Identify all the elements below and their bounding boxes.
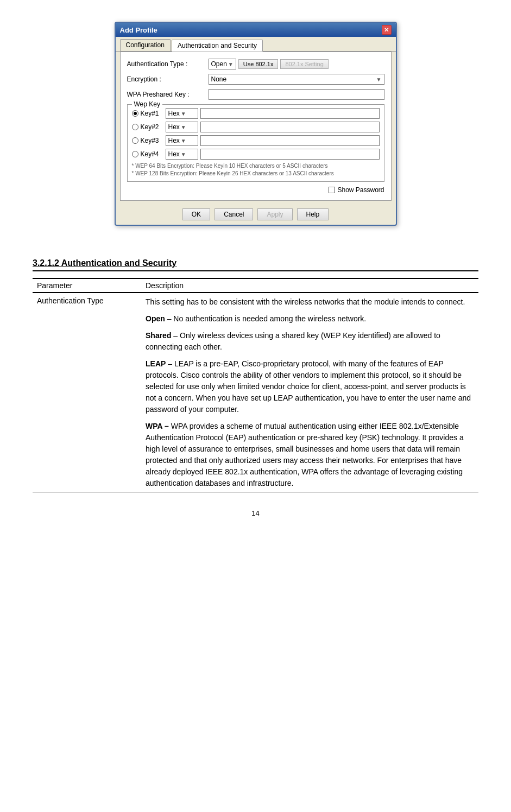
wpa-key-row: WPA Preshared Key : bbox=[127, 89, 384, 100]
encryption-row: Encryption : None ▼ bbox=[127, 74, 384, 85]
term-leap: LEAP bbox=[146, 359, 166, 368]
auth-type-row: Authentication Type : Open ▼ Use 802.1x … bbox=[127, 59, 384, 69]
show-password-label: Show Password bbox=[337, 186, 384, 194]
dropdown-arrow-encryption-icon: ▼ bbox=[376, 77, 382, 83]
key4-row: Key#4 Hex ▼ bbox=[132, 149, 380, 160]
desc-shared: Shared – Only wireless devices using a s… bbox=[146, 330, 474, 353]
term-open: Open bbox=[146, 314, 165, 323]
wpa-key-input[interactable] bbox=[209, 89, 384, 100]
param-description: This setting has to be consistent with t… bbox=[141, 293, 478, 493]
param-desc-content: This setting has to be consistent with t… bbox=[146, 296, 474, 489]
encryption-label: Encryption : bbox=[127, 75, 209, 83]
auth-type-select[interactable]: Open ▼ bbox=[209, 59, 236, 69]
param-name: Authentication Type bbox=[33, 293, 141, 493]
dialog-body: Authentication Type : Open ▼ Use 802.1x … bbox=[120, 52, 392, 201]
key2-label: Key#2 bbox=[141, 123, 163, 131]
wpa-key-label: WPA Preshared Key : bbox=[127, 91, 209, 98]
table-row: Authentication Type This setting has to … bbox=[33, 293, 478, 493]
wep-key-group: Wep Key Key#1 Hex ▼ Key#2 bbox=[127, 104, 384, 182]
tab-auth-security[interactable]: Authentication and Security bbox=[172, 40, 263, 52]
wep-hint1: * WEP 64 Bits Encryption: Please Keyin 1… bbox=[132, 163, 380, 169]
desc-leap: LEAP – LEAP is a pre-EAP, Cisco-propriet… bbox=[146, 358, 474, 415]
show-password-row: Show Password bbox=[127, 186, 384, 194]
apply-button[interactable]: Apply bbox=[257, 208, 292, 220]
key3-label: Key#3 bbox=[141, 137, 163, 144]
use-802-button[interactable]: Use 802.1x bbox=[238, 59, 279, 69]
key2-input[interactable] bbox=[200, 122, 380, 132]
wep-key-legend: Wep Key bbox=[132, 100, 162, 108]
wpa-key-controls bbox=[209, 89, 384, 100]
auth-type-label: Authentication Type : bbox=[127, 60, 209, 68]
key1-label: Key#1 bbox=[141, 110, 163, 117]
dialog-tabs: Configuration Authentication and Securit… bbox=[116, 37, 396, 52]
page-container: Add Profile ✕ Configuration Authenticati… bbox=[0, 0, 511, 539]
dialog-title: Add Profile bbox=[120, 26, 157, 34]
help-button[interactable]: Help bbox=[297, 208, 329, 220]
dialog-screenshot: Add Profile ✕ Configuration Authenticati… bbox=[33, 11, 478, 242]
key1-input[interactable] bbox=[200, 108, 380, 119]
dialog-titlebar: Add Profile ✕ bbox=[116, 23, 396, 37]
add-profile-dialog: Add Profile ✕ Configuration Authenticati… bbox=[115, 22, 397, 226]
col-desc-header: Description bbox=[141, 278, 478, 293]
dropdown-arrow-icon: ▼ bbox=[228, 61, 234, 67]
ok-button[interactable]: OK bbox=[182, 208, 210, 220]
key4-input[interactable] bbox=[200, 149, 380, 160]
key3-row: Key#3 Hex ▼ bbox=[132, 135, 380, 146]
dropdown-key2-icon: ▼ bbox=[181, 124, 186, 130]
key1-format-select[interactable]: Hex ▼ bbox=[166, 108, 198, 119]
encryption-select[interactable]: None ▼ bbox=[209, 74, 384, 85]
show-password-checkbox[interactable] bbox=[329, 187, 335, 193]
cancel-button[interactable]: Cancel bbox=[215, 208, 253, 220]
key3-format-select[interactable]: Hex ▼ bbox=[166, 135, 198, 146]
col-param-header: Parameter bbox=[33, 278, 141, 293]
desc-intro: This setting has to be consistent with t… bbox=[146, 296, 474, 308]
term-shared: Shared bbox=[146, 331, 171, 340]
key4-radio[interactable] bbox=[132, 151, 138, 157]
section-heading: 3.2.1.2 Authentication and Security bbox=[33, 258, 478, 271]
dropdown-key3-icon: ▼ bbox=[181, 138, 186, 144]
key1-row: Key#1 Hex ▼ bbox=[132, 108, 380, 119]
close-button[interactable]: ✕ bbox=[382, 25, 392, 35]
key2-radio[interactable] bbox=[132, 124, 138, 130]
desc-wpa: WPA – WPA provides a scheme of mutual au… bbox=[146, 421, 474, 489]
wep-hint2: * WEP 128 Bits Encryption: Please Keyin … bbox=[132, 170, 380, 176]
encryption-controls: None ▼ bbox=[209, 74, 384, 85]
tab-configuration[interactable]: Configuration bbox=[120, 39, 171, 51]
key2-row: Key#2 Hex ▼ bbox=[132, 122, 380, 132]
auth-type-controls: Open ▼ Use 802.1x 802.1x Setting bbox=[209, 59, 384, 69]
key4-label: Key#4 bbox=[141, 150, 163, 158]
desc-open: Open – No authentication is needed among… bbox=[146, 313, 474, 325]
doc-table: Parameter Description Authentication Typ… bbox=[33, 278, 478, 493]
page-number: 14 bbox=[33, 504, 478, 517]
key2-format-select[interactable]: Hex ▼ bbox=[166, 122, 198, 132]
dropdown-key4-icon: ▼ bbox=[181, 151, 186, 157]
key4-format-select[interactable]: Hex ▼ bbox=[166, 149, 198, 160]
key1-radio[interactable] bbox=[132, 110, 138, 117]
term-wpa: WPA – bbox=[146, 422, 169, 430]
key3-radio[interactable] bbox=[132, 137, 138, 144]
dropdown-key1-icon: ▼ bbox=[181, 111, 186, 117]
dialog-buttons: OK Cancel Apply Help bbox=[116, 205, 396, 225]
key3-input[interactable] bbox=[200, 135, 380, 146]
setting-802-button[interactable]: 802.1x Setting bbox=[280, 59, 328, 69]
